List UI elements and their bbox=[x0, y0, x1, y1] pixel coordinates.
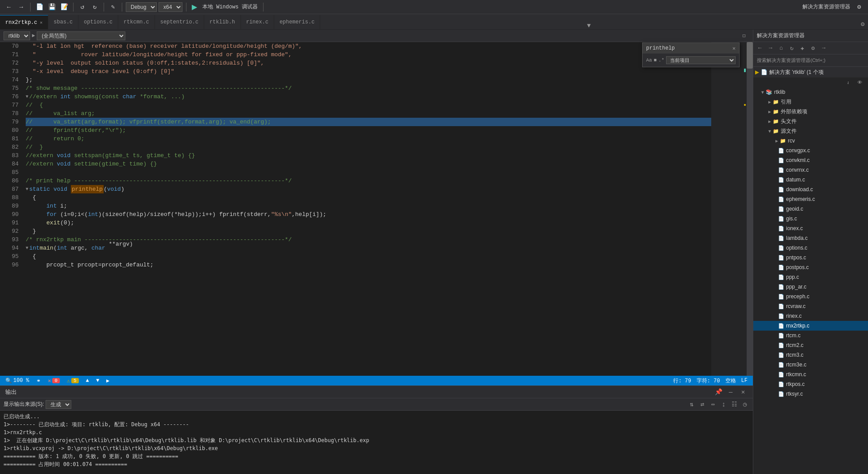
output-tool-2[interactable]: ⇄ bbox=[698, 400, 707, 409]
tree-references[interactable]: ► 📁 引用 bbox=[753, 97, 868, 107]
tree-file-rnx2rtkp[interactable]: 📄 rnx2rtkp.c bbox=[753, 321, 868, 331]
git-icon-btn[interactable]: ⚭ bbox=[35, 378, 43, 384]
fold-icon-87[interactable]: ▼ bbox=[26, 185, 28, 193]
tree-file-convrnx[interactable]: 📄 convrnx.c bbox=[753, 165, 868, 175]
back-icon[interactable]: ← bbox=[4, 2, 14, 12]
se-arrow-icon[interactable]: → bbox=[819, 43, 829, 53]
nav-down-btn[interactable]: ▼ bbox=[94, 378, 101, 384]
tab-settings-icon[interactable]: ⚙ bbox=[857, 19, 868, 29]
platform-dropdown[interactable]: x64 bbox=[159, 2, 182, 12]
line-status[interactable]: 行: 79 bbox=[671, 377, 693, 385]
tree-file-datum[interactable]: 📄 datum.c bbox=[753, 175, 868, 185]
save-all-icon[interactable]: 📝 bbox=[59, 2, 70, 12]
output-source-dropdown[interactable]: 生成 bbox=[46, 400, 71, 409]
tree-file-ppp-ar[interactable]: 📄 ppp_ar.c bbox=[753, 282, 868, 292]
tree-file-rtcm3[interactable]: 📄 rtcm3.c bbox=[753, 350, 868, 360]
tab-ephemeris[interactable]: ephemeris.c bbox=[274, 15, 320, 29]
project-node[interactable]: ▼ 📚 rtklib bbox=[753, 87, 868, 97]
vertical-scrollbar[interactable] bbox=[747, 42, 753, 376]
popup-scope-dropdown[interactable]: 当前项目 bbox=[666, 56, 736, 64]
tree-show-all-icon[interactable]: 👁 bbox=[855, 77, 864, 87]
tree-file-rcv[interactable]: ► 📁 rcv bbox=[753, 136, 868, 146]
tree-file-rtksyr[interactable]: 📄 rtksyr.c bbox=[753, 389, 868, 399]
fold-icon-76[interactable]: ▼ bbox=[26, 92, 28, 101]
code-editor[interactable]: 70 71 72 73 74 75 76 77 78 79 80 81 82 8… bbox=[0, 42, 753, 376]
tree-file-pntpos[interactable]: 📄 pntpos.c bbox=[753, 253, 868, 262]
code-content[interactable]: "-l lat lon hgt reference (base) receive… bbox=[22, 42, 711, 376]
redo-icon[interactable]: ↻ bbox=[89, 2, 100, 12]
tree-file-convgpx[interactable]: 📄 convgpx.c bbox=[753, 146, 868, 155]
se-new-icon[interactable]: ✚ bbox=[798, 43, 807, 53]
open-file-icon[interactable]: 📄 bbox=[34, 2, 45, 12]
symbol-scope-dropdown[interactable]: (全局范围) bbox=[37, 31, 125, 40]
tree-file-rtkpos[interactable]: 📄 rtkpos.c bbox=[753, 379, 868, 389]
minimap[interactable] bbox=[711, 42, 747, 376]
tab-options[interactable]: options.c bbox=[78, 15, 118, 29]
se-sync-icon[interactable]: ↻ bbox=[787, 43, 797, 53]
line-ending-status[interactable]: LF bbox=[740, 377, 749, 385]
warning-status[interactable]: ⚠ 5 bbox=[65, 378, 81, 384]
tree-file-ppp[interactable]: 📄 ppp.c bbox=[753, 272, 868, 282]
error-status[interactable]: ✕ 0 bbox=[46, 378, 62, 384]
tree-file-postpos[interactable]: 📄 postpos.c bbox=[753, 262, 868, 272]
tree-collapse-all-icon[interactable]: ⇃ bbox=[843, 77, 853, 87]
tab-rnx2rtkp[interactable]: rnx2rtkp.c ✕ bbox=[0, 15, 48, 29]
zoom-status[interactable]: 🔍 100 % bbox=[4, 378, 31, 384]
forward-icon[interactable]: → bbox=[16, 2, 27, 12]
save-icon[interactable]: 💾 bbox=[46, 2, 57, 12]
output-wrap-icon[interactable]: ↨ bbox=[719, 400, 728, 409]
tree-file-gis[interactable]: 📄 gis.c bbox=[753, 214, 868, 224]
settings-icon[interactable]: ⚙ bbox=[854, 2, 864, 12]
se-forward-icon[interactable]: → bbox=[766, 43, 775, 53]
tab-sbas[interactable]: sbas.c bbox=[48, 15, 78, 29]
tab-rtklib-h[interactable]: rtklib.h bbox=[204, 15, 241, 29]
solution-tree[interactable]: ▶ 📄 解决方案 'rtklib' (1 个项 ⇃ 👁 ▼ 📚 rtklib ►… bbox=[753, 67, 868, 474]
nav-marker-btn[interactable]: ▶ bbox=[105, 378, 111, 384]
tree-file-options[interactable]: 📄 options.c bbox=[753, 243, 868, 253]
se-settings-icon[interactable]: ⚙ bbox=[808, 43, 818, 53]
file-scope-dropdown[interactable]: rtklib bbox=[4, 31, 30, 40]
tree-file-ephemeris[interactable]: 📄 ephemeris.c bbox=[753, 194, 868, 204]
fold-icon-94[interactable]: ▼ bbox=[26, 244, 28, 252]
tab-close-icon[interactable]: ✕ bbox=[40, 20, 43, 25]
popup-close-icon[interactable]: ✕ bbox=[732, 45, 736, 52]
output-tool-1[interactable]: ⇅ bbox=[687, 400, 696, 409]
output-minimize-icon[interactable]: — bbox=[726, 388, 735, 397]
tree-file-rtcm2[interactable]: 📄 rtcm2.c bbox=[753, 340, 868, 350]
tree-external-deps[interactable]: ► 📁 外部依赖项 bbox=[753, 107, 868, 116]
output-content[interactable]: 已启动生成... 1>-------- 已启动生成: 项目: rtklib, 配… bbox=[0, 411, 753, 474]
output-clock-icon[interactable]: ◷ bbox=[740, 400, 749, 409]
tree-file-rcvraw[interactable]: 📄 rcvraw.c bbox=[753, 301, 868, 311]
output-pin-icon[interactable]: 📌 bbox=[714, 388, 723, 397]
tree-file-rtcm3e[interactable]: 📄 rtcm3e.c bbox=[753, 360, 868, 370]
nav-up-btn[interactable]: ▲ bbox=[84, 378, 91, 384]
undo-icon[interactable]: ↺ bbox=[77, 2, 88, 12]
tree-source-files[interactable]: ▼ 📁 源文件 bbox=[753, 126, 868, 136]
tab-rinex[interactable]: rinex.c bbox=[241, 15, 274, 29]
tree-header-files[interactable]: ► 📁 头文件 bbox=[753, 116, 868, 126]
output-tool-3[interactable]: ⇔ bbox=[709, 400, 717, 409]
tree-file-preceph[interactable]: 📄 preceph.c bbox=[753, 292, 868, 301]
tree-file-rinex[interactable]: 📄 rinex.c bbox=[753, 311, 868, 321]
tree-file-convkml[interactable]: 📄 convkml.c bbox=[753, 155, 868, 165]
debug-config-dropdown[interactable]: Debug bbox=[126, 2, 157, 12]
char-status[interactable]: 字符: 70 bbox=[695, 377, 722, 385]
tab-septentrio[interactable]: septentrio.c bbox=[155, 15, 204, 29]
output-close-icon[interactable]: ✕ bbox=[739, 388, 748, 397]
se-home-icon[interactable]: ⌂ bbox=[776, 43, 786, 53]
output-grid-icon[interactable]: ☷ bbox=[730, 400, 739, 409]
se-back-icon[interactable]: ← bbox=[755, 43, 765, 53]
tree-file-rtkcmn[interactable]: 📄 rtkcmn.c bbox=[753, 370, 868, 379]
code-line-85 bbox=[26, 168, 711, 177]
tab-rtkcmn[interactable]: rtkcmn.c bbox=[118, 15, 155, 29]
tab-overflow-icon[interactable]: ▼ bbox=[583, 22, 594, 29]
tree-file-download[interactable]: 📄 download.c bbox=[753, 185, 868, 194]
tree-file-ionex[interactable]: 📄 ionex.c bbox=[753, 224, 868, 233]
tree-file-lambda[interactable]: 📄 lambda.c bbox=[753, 233, 868, 243]
run-button[interactable]: ▶ bbox=[190, 3, 199, 11]
tree-file-geoid[interactable]: 📄 geoid.c bbox=[753, 204, 868, 214]
indent-status[interactable]: 空格 bbox=[724, 377, 738, 385]
draw-icon[interactable]: ✎ bbox=[108, 2, 118, 12]
split-editor-icon[interactable]: ◻ bbox=[739, 31, 749, 41]
tree-file-rtcm[interactable]: 📄 rtcm.c bbox=[753, 331, 868, 340]
